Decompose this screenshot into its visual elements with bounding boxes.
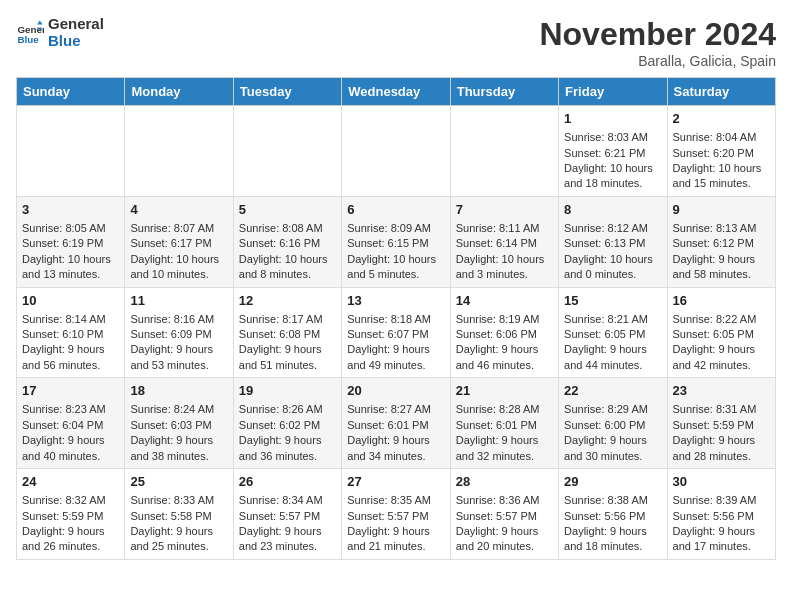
week-row-5: 24Sunrise: 8:32 AM Sunset: 5:59 PM Dayli… bbox=[17, 469, 776, 560]
day-cell: 25Sunrise: 8:33 AM Sunset: 5:58 PM Dayli… bbox=[125, 469, 233, 560]
day-info: Sunrise: 8:23 AM Sunset: 6:04 PM Dayligh… bbox=[22, 402, 119, 464]
day-cell: 17Sunrise: 8:23 AM Sunset: 6:04 PM Dayli… bbox=[17, 378, 125, 469]
day-info: Sunrise: 8:08 AM Sunset: 6:16 PM Dayligh… bbox=[239, 221, 336, 283]
svg-text:Blue: Blue bbox=[17, 33, 39, 44]
day-number: 8 bbox=[564, 201, 661, 219]
day-cell: 3Sunrise: 8:05 AM Sunset: 6:19 PM Daylig… bbox=[17, 196, 125, 287]
day-number: 29 bbox=[564, 473, 661, 491]
day-number: 6 bbox=[347, 201, 444, 219]
day-number: 25 bbox=[130, 473, 227, 491]
day-info: Sunrise: 8:16 AM Sunset: 6:09 PM Dayligh… bbox=[130, 312, 227, 374]
day-info: Sunrise: 8:32 AM Sunset: 5:59 PM Dayligh… bbox=[22, 493, 119, 555]
day-cell: 20Sunrise: 8:27 AM Sunset: 6:01 PM Dayli… bbox=[342, 378, 450, 469]
day-cell: 22Sunrise: 8:29 AM Sunset: 6:00 PM Dayli… bbox=[559, 378, 667, 469]
month-title: November 2024 bbox=[539, 16, 776, 53]
day-number: 22 bbox=[564, 382, 661, 400]
day-cell: 10Sunrise: 8:14 AM Sunset: 6:10 PM Dayli… bbox=[17, 287, 125, 378]
day-info: Sunrise: 8:19 AM Sunset: 6:06 PM Dayligh… bbox=[456, 312, 553, 374]
title-section: November 2024 Baralla, Galicia, Spain bbox=[539, 16, 776, 69]
week-row-2: 3Sunrise: 8:05 AM Sunset: 6:19 PM Daylig… bbox=[17, 196, 776, 287]
day-number: 26 bbox=[239, 473, 336, 491]
day-number: 14 bbox=[456, 292, 553, 310]
day-number: 27 bbox=[347, 473, 444, 491]
day-info: Sunrise: 8:12 AM Sunset: 6:13 PM Dayligh… bbox=[564, 221, 661, 283]
day-cell: 12Sunrise: 8:17 AM Sunset: 6:08 PM Dayli… bbox=[233, 287, 341, 378]
day-cell: 18Sunrise: 8:24 AM Sunset: 6:03 PM Dayli… bbox=[125, 378, 233, 469]
day-cell: 4Sunrise: 8:07 AM Sunset: 6:17 PM Daylig… bbox=[125, 196, 233, 287]
day-number: 23 bbox=[673, 382, 770, 400]
day-number: 10 bbox=[22, 292, 119, 310]
day-cell: 13Sunrise: 8:18 AM Sunset: 6:07 PM Dayli… bbox=[342, 287, 450, 378]
day-cell bbox=[17, 106, 125, 197]
day-cell bbox=[450, 106, 558, 197]
day-cell: 15Sunrise: 8:21 AM Sunset: 6:05 PM Dayli… bbox=[559, 287, 667, 378]
day-cell: 30Sunrise: 8:39 AM Sunset: 5:56 PM Dayli… bbox=[667, 469, 775, 560]
day-number: 16 bbox=[673, 292, 770, 310]
logo-blue: Blue bbox=[48, 33, 104, 50]
day-number: 17 bbox=[22, 382, 119, 400]
day-cell: 11Sunrise: 8:16 AM Sunset: 6:09 PM Dayli… bbox=[125, 287, 233, 378]
day-info: Sunrise: 8:31 AM Sunset: 5:59 PM Dayligh… bbox=[673, 402, 770, 464]
day-cell bbox=[233, 106, 341, 197]
day-info: Sunrise: 8:21 AM Sunset: 6:05 PM Dayligh… bbox=[564, 312, 661, 374]
day-number: 20 bbox=[347, 382, 444, 400]
day-info: Sunrise: 8:24 AM Sunset: 6:03 PM Dayligh… bbox=[130, 402, 227, 464]
day-number: 1 bbox=[564, 110, 661, 128]
day-info: Sunrise: 8:05 AM Sunset: 6:19 PM Dayligh… bbox=[22, 221, 119, 283]
day-number: 15 bbox=[564, 292, 661, 310]
logo-general: General bbox=[48, 16, 104, 33]
day-info: Sunrise: 8:35 AM Sunset: 5:57 PM Dayligh… bbox=[347, 493, 444, 555]
day-number: 11 bbox=[130, 292, 227, 310]
day-cell: 7Sunrise: 8:11 AM Sunset: 6:14 PM Daylig… bbox=[450, 196, 558, 287]
weekday-header-monday: Monday bbox=[125, 78, 233, 106]
day-cell: 16Sunrise: 8:22 AM Sunset: 6:05 PM Dayli… bbox=[667, 287, 775, 378]
day-info: Sunrise: 8:28 AM Sunset: 6:01 PM Dayligh… bbox=[456, 402, 553, 464]
day-cell: 26Sunrise: 8:34 AM Sunset: 5:57 PM Dayli… bbox=[233, 469, 341, 560]
day-cell: 8Sunrise: 8:12 AM Sunset: 6:13 PM Daylig… bbox=[559, 196, 667, 287]
week-row-3: 10Sunrise: 8:14 AM Sunset: 6:10 PM Dayli… bbox=[17, 287, 776, 378]
weekday-header-friday: Friday bbox=[559, 78, 667, 106]
day-number: 18 bbox=[130, 382, 227, 400]
day-info: Sunrise: 8:26 AM Sunset: 6:02 PM Dayligh… bbox=[239, 402, 336, 464]
day-number: 24 bbox=[22, 473, 119, 491]
weekday-header-sunday: Sunday bbox=[17, 78, 125, 106]
day-info: Sunrise: 8:18 AM Sunset: 6:07 PM Dayligh… bbox=[347, 312, 444, 374]
day-info: Sunrise: 8:27 AM Sunset: 6:01 PM Dayligh… bbox=[347, 402, 444, 464]
location: Baralla, Galicia, Spain bbox=[539, 53, 776, 69]
weekday-header-wednesday: Wednesday bbox=[342, 78, 450, 106]
day-cell: 9Sunrise: 8:13 AM Sunset: 6:12 PM Daylig… bbox=[667, 196, 775, 287]
page-header: General Blue General Blue November 2024 … bbox=[16, 16, 776, 69]
svg-marker-2 bbox=[37, 20, 43, 24]
day-cell: 27Sunrise: 8:35 AM Sunset: 5:57 PM Dayli… bbox=[342, 469, 450, 560]
day-cell: 29Sunrise: 8:38 AM Sunset: 5:56 PM Dayli… bbox=[559, 469, 667, 560]
day-cell bbox=[342, 106, 450, 197]
day-info: Sunrise: 8:34 AM Sunset: 5:57 PM Dayligh… bbox=[239, 493, 336, 555]
day-number: 13 bbox=[347, 292, 444, 310]
day-number: 4 bbox=[130, 201, 227, 219]
day-info: Sunrise: 8:11 AM Sunset: 6:14 PM Dayligh… bbox=[456, 221, 553, 283]
day-number: 12 bbox=[239, 292, 336, 310]
day-cell: 2Sunrise: 8:04 AM Sunset: 6:20 PM Daylig… bbox=[667, 106, 775, 197]
day-info: Sunrise: 8:33 AM Sunset: 5:58 PM Dayligh… bbox=[130, 493, 227, 555]
day-cell: 23Sunrise: 8:31 AM Sunset: 5:59 PM Dayli… bbox=[667, 378, 775, 469]
day-info: Sunrise: 8:07 AM Sunset: 6:17 PM Dayligh… bbox=[130, 221, 227, 283]
week-row-4: 17Sunrise: 8:23 AM Sunset: 6:04 PM Dayli… bbox=[17, 378, 776, 469]
day-number: 2 bbox=[673, 110, 770, 128]
day-info: Sunrise: 8:29 AM Sunset: 6:00 PM Dayligh… bbox=[564, 402, 661, 464]
calendar-table: SundayMondayTuesdayWednesdayThursdayFrid… bbox=[16, 77, 776, 560]
day-cell: 6Sunrise: 8:09 AM Sunset: 6:15 PM Daylig… bbox=[342, 196, 450, 287]
day-info: Sunrise: 8:09 AM Sunset: 6:15 PM Dayligh… bbox=[347, 221, 444, 283]
day-info: Sunrise: 8:03 AM Sunset: 6:21 PM Dayligh… bbox=[564, 130, 661, 192]
day-number: 3 bbox=[22, 201, 119, 219]
day-cell: 19Sunrise: 8:26 AM Sunset: 6:02 PM Dayli… bbox=[233, 378, 341, 469]
day-cell: 21Sunrise: 8:28 AM Sunset: 6:01 PM Dayli… bbox=[450, 378, 558, 469]
day-cell bbox=[125, 106, 233, 197]
logo-icon: General Blue bbox=[16, 19, 44, 47]
weekday-header-tuesday: Tuesday bbox=[233, 78, 341, 106]
weekday-header-thursday: Thursday bbox=[450, 78, 558, 106]
day-number: 19 bbox=[239, 382, 336, 400]
day-cell: 1Sunrise: 8:03 AM Sunset: 6:21 PM Daylig… bbox=[559, 106, 667, 197]
day-number: 7 bbox=[456, 201, 553, 219]
day-number: 5 bbox=[239, 201, 336, 219]
day-info: Sunrise: 8:22 AM Sunset: 6:05 PM Dayligh… bbox=[673, 312, 770, 374]
